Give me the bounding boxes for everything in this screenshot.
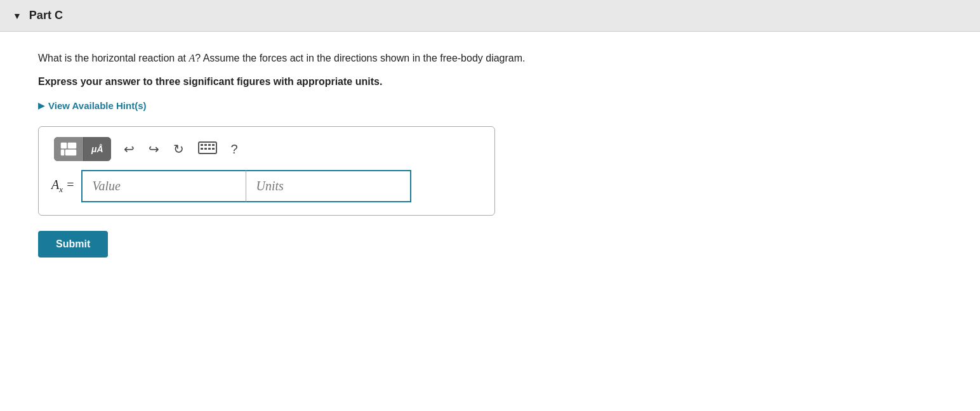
- question-text-after: ? Assume the forces act in the direction…: [195, 53, 525, 63]
- svg-rect-3: [65, 150, 76, 155]
- instruction-text: Express your answer to three significant…: [38, 76, 942, 88]
- hint-link[interactable]: ▶ View Available Hint(s): [38, 100, 942, 111]
- hint-label: View Available Hint(s): [48, 100, 147, 111]
- reset-btn[interactable]: ↻: [169, 139, 188, 159]
- svg-rect-9: [201, 148, 203, 150]
- svg-rect-6: [204, 144, 207, 146]
- svg-rect-7: [208, 144, 211, 146]
- svg-rect-0: [61, 143, 67, 148]
- redo-icon: ↪: [149, 142, 159, 156]
- svg-rect-1: [68, 143, 76, 148]
- toolbar: μÅ ↩ ↪ ↻: [49, 137, 484, 161]
- question-text-before: What is the horizontal reaction at: [38, 53, 189, 63]
- template-icon-btn[interactable]: [54, 137, 84, 161]
- redo-btn[interactable]: ↪: [145, 139, 163, 159]
- hint-arrow-icon: ▶: [38, 101, 44, 110]
- answer-box: μÅ ↩ ↪ ↻: [38, 126, 495, 216]
- help-btn[interactable]: ?: [227, 140, 242, 159]
- symbol-btn-group: μÅ: [54, 137, 111, 161]
- part-header: ▼ Part C: [0, 0, 980, 32]
- equation-label: Ax =: [51, 178, 75, 195]
- undo-btn[interactable]: ↩: [120, 139, 138, 159]
- keyboard-btn[interactable]: [194, 139, 221, 160]
- submit-area: Submit: [38, 216, 942, 258]
- units-btn-label: μÅ: [91, 144, 103, 154]
- svg-rect-8: [212, 144, 215, 146]
- units-input[interactable]: [246, 170, 411, 202]
- collapse-chevron[interactable]: ▼: [13, 11, 22, 21]
- help-icon: ?: [231, 142, 238, 156]
- submit-button[interactable]: Submit: [38, 231, 108, 258]
- svg-rect-12: [212, 148, 215, 150]
- value-input[interactable]: [81, 170, 246, 202]
- svg-rect-5: [201, 144, 203, 146]
- question-text: What is the horizontal reaction at A? As…: [38, 51, 942, 66]
- undo-icon: ↩: [124, 142, 135, 156]
- content-area: What is the horizontal reaction at A? As…: [0, 32, 980, 283]
- math-variable: A: [189, 53, 195, 63]
- part-title: Part C: [29, 9, 63, 22]
- input-row: Ax =: [49, 170, 484, 202]
- units-symbol-btn[interactable]: μÅ: [84, 137, 111, 161]
- svg-rect-11: [208, 148, 211, 150]
- page-wrapper: ▼ Part C What is the horizontal reaction…: [0, 0, 980, 411]
- svg-rect-10: [204, 148, 207, 150]
- svg-rect-2: [61, 150, 64, 155]
- refresh-icon: ↻: [173, 142, 184, 156]
